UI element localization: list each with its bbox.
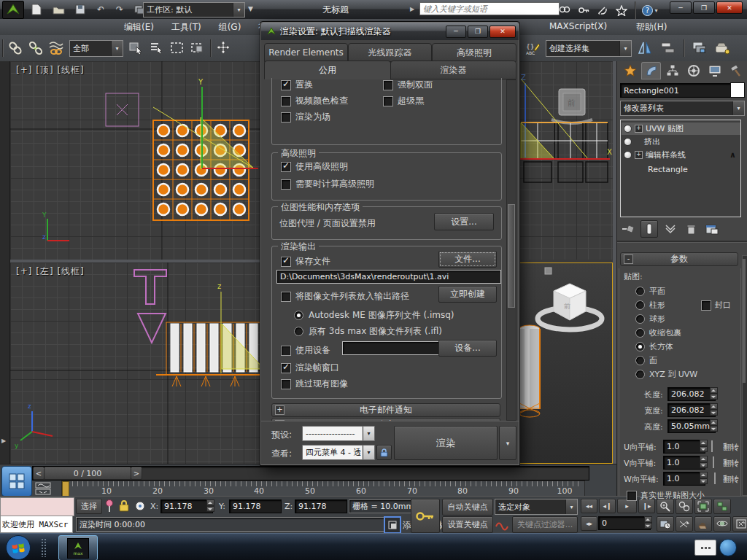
window-crossing-icon[interactable] bbox=[187, 38, 208, 58]
u-tile-spinner[interactable] bbox=[700, 440, 708, 452]
mapping-radio-shrinkwrap[interactable] bbox=[635, 328, 645, 338]
selection-lock-button[interactable]: 选择 bbox=[76, 499, 102, 514]
scrollbar-thumb[interactable] bbox=[508, 204, 515, 308]
render-to-fields-checkbox[interactable] bbox=[281, 112, 291, 122]
toolbar-grip[interactable] bbox=[2, 39, 3, 57]
undo-icon[interactable]: ↶ bbox=[92, 0, 109, 20]
quick-access-flyout-icon[interactable]: ▼ bbox=[248, 5, 253, 12]
x-spinner[interactable] bbox=[206, 499, 214, 512]
zoom-region-icon[interactable] bbox=[676, 516, 693, 532]
command-panel-scrollbar[interactable] bbox=[742, 255, 747, 496]
dialog-title-bar[interactable]: 渲染设置: 默认扫描线渲染器 ─ ❐ ✕ bbox=[261, 23, 519, 40]
x-coordinate-field[interactable]: 91.178 bbox=[160, 499, 213, 513]
maxscript-mini-listener-pink[interactable] bbox=[0, 497, 74, 516]
compute-advanced-lighting-checkbox[interactable] bbox=[281, 179, 291, 190]
strip-expand-icon[interactable]: ▶ bbox=[1, 438, 6, 444]
view-dropdown[interactable]: 四元菜单 4 - 透 ▾ bbox=[302, 445, 375, 460]
track-bar[interactable]: 0 10 20 30 40 50 60 70 80 90 100 bbox=[61, 481, 585, 497]
select-and-move-icon[interactable] bbox=[213, 38, 233, 58]
width-spinner[interactable] bbox=[710, 403, 718, 416]
app-close-button[interactable]: ✕ bbox=[716, 1, 743, 14]
tab-create[interactable] bbox=[620, 62, 640, 79]
v-flip-checkbox[interactable] bbox=[713, 456, 714, 468]
communication-center-icon[interactable] bbox=[595, 3, 611, 18]
render-button[interactable]: 渲染 bbox=[394, 426, 498, 460]
tray-keyboard-icon[interactable] bbox=[694, 540, 716, 556]
y-coordinate-field[interactable]: 91.178 bbox=[229, 499, 282, 513]
tab-raytracer[interactable]: 光线跟踪器 bbox=[348, 43, 432, 62]
tab-renderer[interactable]: 渲染器 bbox=[390, 61, 516, 79]
maximize-viewport-toggle-icon[interactable] bbox=[732, 516, 747, 532]
workspace-selector[interactable]: 工作区: 默认 ▾ bbox=[143, 2, 245, 18]
auto-key-button[interactable]: 自动关键点 bbox=[442, 499, 493, 516]
super-black-checkbox[interactable] bbox=[383, 96, 393, 106]
save-file-icon[interactable] bbox=[70, 0, 90, 20]
use-advanced-lighting-checkbox[interactable] bbox=[281, 162, 291, 172]
render-frame-window-checkbox[interactable] bbox=[281, 363, 291, 373]
v-tile-spinner[interactable] bbox=[700, 456, 708, 468]
lock-icon[interactable] bbox=[118, 499, 130, 513]
align-icon[interactable] bbox=[658, 38, 678, 58]
set-key-button[interactable]: 设置关键点 bbox=[442, 516, 493, 533]
zoom-icon[interactable] bbox=[657, 499, 674, 514]
remove-modifier-icon[interactable] bbox=[683, 222, 699, 236]
tab-render-elements[interactable]: Render Elements bbox=[264, 43, 348, 62]
search-expand-icon[interactable]: ▶ bbox=[410, 6, 414, 12]
redo-icon[interactable]: ↷ bbox=[111, 0, 128, 20]
w-tile-spinner[interactable] bbox=[700, 472, 708, 484]
force-two-sided-checkbox[interactable] bbox=[383, 80, 393, 90]
devices-button[interactable]: 设备... bbox=[438, 340, 497, 357]
tab-motion[interactable] bbox=[684, 62, 703, 79]
selection-filter-dropdown[interactable]: 全部 ▾ bbox=[69, 40, 123, 57]
play-button[interactable]: ▸ bbox=[617, 499, 637, 513]
notifications-icon[interactable] bbox=[384, 516, 401, 534]
w-flip-checkbox[interactable] bbox=[714, 472, 716, 484]
time-slider-handle[interactable]: 0 / 100 bbox=[44, 467, 131, 480]
mapping-radio-face[interactable] bbox=[635, 356, 645, 365]
stack-item-rectangle[interactable]: Rectangle bbox=[622, 163, 747, 176]
height-spinner[interactable] bbox=[710, 419, 718, 432]
orbit-icon[interactable] bbox=[713, 516, 731, 532]
mirror-icon[interactable] bbox=[635, 38, 655, 58]
modifier-list-dropdown[interactable]: 修改器列表 ▾ bbox=[620, 101, 745, 116]
device-field[interactable] bbox=[342, 341, 441, 355]
pan-hand-icon[interactable] bbox=[694, 516, 712, 532]
menu-edit[interactable]: 编辑(E) bbox=[115, 19, 163, 36]
mapping-radio-planar[interactable] bbox=[635, 287, 645, 296]
select-and-link-icon[interactable] bbox=[5, 38, 26, 58]
key-filters-button[interactable]: 关键点过滤器... bbox=[512, 516, 578, 533]
make-unique-icon[interactable] bbox=[662, 222, 678, 236]
render-setup-icon[interactable] bbox=[713, 38, 733, 58]
app-logo-icon[interactable] bbox=[2, 1, 24, 19]
z-coordinate-field[interactable]: 91.178 bbox=[295, 499, 347, 513]
bind-to-space-warp-icon[interactable] bbox=[46, 38, 66, 58]
zoom-all-icon[interactable] bbox=[676, 499, 693, 514]
previous-key-button[interactable]: ◂❙ bbox=[599, 499, 616, 513]
select-object-icon[interactable] bbox=[126, 38, 147, 58]
visibility-bulb-icon[interactable] bbox=[624, 125, 632, 133]
rectangular-selection-region-icon[interactable] bbox=[167, 38, 187, 58]
tab-hierarchy[interactable] bbox=[662, 62, 682, 79]
select-by-name-icon[interactable] bbox=[147, 38, 167, 58]
absolute-offset-icon[interactable] bbox=[133, 499, 147, 513]
named-selection-sets-icon[interactable]: {}ABC bbox=[522, 38, 543, 58]
favorites-star-icon[interactable] bbox=[614, 3, 630, 18]
app-maximize-button[interactable]: ❐ bbox=[693, 1, 715, 14]
tab-display[interactable] bbox=[705, 62, 724, 79]
scrollbar-thumb[interactable] bbox=[743, 259, 746, 383]
previous-frame-button[interactable]: < bbox=[33, 467, 44, 480]
height-field[interactable]: 50.05mm bbox=[667, 419, 716, 433]
preset-dropdown[interactable]: ----------------- ▾ bbox=[302, 426, 375, 441]
zoom-extents-all-icon[interactable] bbox=[713, 499, 731, 514]
dialog-close-button[interactable]: ✕ bbox=[489, 26, 516, 38]
stack-item-uvw-map[interactable]: + UVW 贴图 bbox=[622, 122, 740, 135]
menu-help[interactable]: 帮助(H) bbox=[627, 19, 676, 36]
bitmap-setup-button[interactable]: 设置... bbox=[434, 213, 494, 230]
dialog-maximize-button[interactable]: ❐ bbox=[468, 26, 488, 38]
mapping-radio-box[interactable] bbox=[635, 342, 645, 351]
menu-tools[interactable]: 工具(T) bbox=[163, 19, 210, 36]
mini-curve-editor-icon[interactable] bbox=[35, 482, 53, 495]
object-color-swatch[interactable] bbox=[730, 82, 745, 98]
unlink-selection-icon[interactable] bbox=[26, 38, 46, 58]
key-mode-toggle-button[interactable]: ◂▸ bbox=[581, 516, 597, 531]
